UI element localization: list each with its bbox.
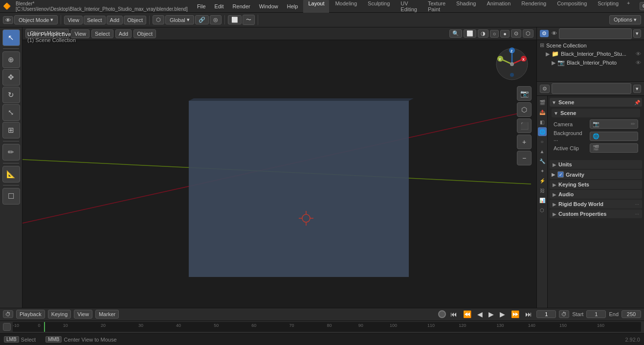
pi-data[interactable]: 📊 bbox=[538, 196, 547, 205]
object-menu-btn[interactable]: Object bbox=[124, 16, 146, 24]
viewport-select-btn[interactable]: Select bbox=[91, 29, 113, 38]
pi-scene[interactable]: 🌐 bbox=[538, 127, 547, 136]
pi-world[interactable]: ○ bbox=[538, 137, 547, 146]
menu-edit[interactable]: Edit bbox=[211, 2, 227, 10]
transform-icon-btn[interactable]: ⬡ bbox=[153, 15, 164, 24]
outliner-tab-view[interactable]: 👁 bbox=[550, 30, 559, 37]
outliner-filter-btn[interactable]: ▾ bbox=[633, 29, 641, 38]
active-clip-value[interactable]: 🎬 bbox=[590, 143, 638, 153]
snap-btn[interactable]: 🔗 bbox=[195, 15, 209, 24]
menu-file[interactable]: File bbox=[194, 2, 209, 10]
scene-section-header[interactable]: ▼ Scene 📌 bbox=[550, 98, 642, 107]
playback-dropdown[interactable]: Playback bbox=[16, 310, 45, 319]
viewport[interactable]: Object Mode ▾ View Select Add Object 🔍 ⬜… bbox=[22, 27, 536, 308]
viewport-shading-wire[interactable]: ⬜ bbox=[464, 29, 476, 38]
proportional-btn[interactable]: ◎ bbox=[210, 15, 222, 24]
pi-object[interactable]: ▲ bbox=[538, 147, 547, 156]
custom-props-section[interactable]: ▶ Custom Properties ··· bbox=[550, 209, 642, 218]
scene-icon-btn[interactable]: ⚙ bbox=[640, 2, 644, 10]
rigid-body-world-section[interactable]: ▶ Rigid Body World ··· bbox=[550, 200, 642, 208]
current-frame-input[interactable] bbox=[536, 310, 556, 318]
marker-btn[interactable]: Marker bbox=[95, 310, 119, 319]
add-primitive-btn[interactable]: ☐ bbox=[2, 188, 20, 205]
collection-visibility-1[interactable]: 👁 bbox=[636, 60, 641, 66]
gravity-checkbox[interactable]: ✓ bbox=[557, 171, 564, 178]
select-tool-btn[interactable]: ↖ bbox=[2, 29, 20, 46]
options-dropdown[interactable]: Options ▾ bbox=[609, 15, 641, 24]
view-icon-btn[interactable]: 👁 bbox=[3, 16, 13, 24]
timeline-track[interactable]: -10 0 10 20 30 40 50 60 70 80 90 100 110… bbox=[13, 322, 641, 332]
outliner-collection-item-0[interactable]: ▶ 📁 Black_Interior_Photo_Stu... 👁 bbox=[538, 49, 643, 58]
start-frame-input[interactable] bbox=[586, 310, 606, 318]
timeline-icon[interactable]: ⏱ bbox=[3, 310, 13, 318]
jump-to-end-btn[interactable]: ⏭ bbox=[524, 310, 533, 319]
select-menu-btn[interactable]: Select bbox=[84, 16, 106, 24]
workspace-tab-sculpting[interactable]: Sculpting bbox=[363, 0, 395, 13]
viewport-shading-rendered[interactable]: ● bbox=[500, 30, 510, 38]
viewport-overlay-btn[interactable]: ⊙ bbox=[511, 29, 521, 38]
add-workspace-button[interactable]: + bbox=[624, 0, 632, 13]
workspace-tab-shading[interactable]: Shading bbox=[451, 0, 481, 13]
keying-dropdown[interactable]: Keying bbox=[48, 310, 71, 319]
scale-tool-btn[interactable]: ⤡ bbox=[2, 104, 20, 121]
workspace-tab-animation[interactable]: Animation bbox=[482, 0, 515, 13]
record-btn[interactable] bbox=[438, 310, 446, 318]
camera-value[interactable]: 📷 ✏ bbox=[590, 119, 638, 129]
menu-window[interactable]: Window bbox=[256, 2, 282, 10]
view-menu-btn[interactable]: View bbox=[64, 16, 83, 24]
pi-material[interactable]: ⬡ bbox=[538, 206, 547, 214]
play-btn[interactable]: ▶ bbox=[487, 310, 495, 319]
background-value[interactable]: 🌐 bbox=[590, 132, 638, 141]
workspace-tab-modeling[interactable]: Modeling bbox=[330, 0, 362, 13]
scene-inner-header[interactable]: ▼ Scene bbox=[552, 109, 640, 117]
prev-frame-btn[interactable]: ⏪ bbox=[462, 310, 473, 319]
move-tool-btn[interactable]: ✥ bbox=[2, 69, 20, 86]
rotate-tool-btn[interactable]: ↻ bbox=[2, 87, 20, 103]
camera-edit-icon[interactable]: ✏ bbox=[631, 121, 635, 127]
units-section[interactable]: ▶ Units bbox=[550, 160, 642, 169]
keying-sets-section[interactable]: ▶ Keying Sets bbox=[550, 180, 642, 189]
workspace-tab-uv[interactable]: UV Editing bbox=[396, 0, 422, 13]
jump-to-start-btn[interactable]: ⏮ bbox=[449, 310, 459, 319]
outliner-area[interactable]: ⊞ Scene Collection ▶ 📁 Black_Interior_Ph… bbox=[537, 40, 644, 82]
workspace-tab-scripting[interactable]: Scripting bbox=[593, 0, 623, 13]
full-extent-btn[interactable]: ⬜ bbox=[228, 15, 242, 24]
pi-output[interactable]: 📤 bbox=[538, 108, 547, 116]
frame-fps-btn[interactable]: ⏱ bbox=[559, 310, 569, 318]
cursor-tool-btn[interactable]: ⊕ bbox=[2, 51, 20, 68]
annotate-tool-btn[interactable]: ✏ bbox=[2, 144, 20, 161]
add-menu-btn[interactable]: Add bbox=[107, 16, 123, 24]
measure-tool-btn[interactable]: 📐 bbox=[2, 166, 20, 183]
zoom-out-btn[interactable]: − bbox=[517, 151, 532, 165]
scene-section-pin[interactable]: 📌 bbox=[634, 100, 640, 105]
workspace-tab-compositing[interactable]: Compositing bbox=[552, 0, 592, 13]
workspace-tab-rendering[interactable]: Rendering bbox=[516, 0, 551, 13]
collection-visibility-0[interactable]: 👁 bbox=[636, 51, 641, 57]
outliner-search-input[interactable] bbox=[559, 28, 632, 39]
viewport-search-icon[interactable]: 🔍 bbox=[449, 29, 462, 38]
props-filter-btn[interactable]: ▾ bbox=[633, 85, 641, 93]
timeline-handle[interactable] bbox=[3, 323, 11, 331]
viewport-shading-solid[interactable]: ◑ bbox=[478, 29, 489, 38]
viewport-xray-btn[interactable]: ⬡ bbox=[523, 29, 533, 38]
transform-tool-btn[interactable]: ⊞ bbox=[2, 122, 20, 138]
pi-modifier[interactable]: 🔧 bbox=[538, 157, 547, 165]
transform-dropdown[interactable]: Global ▾ bbox=[165, 15, 194, 24]
next-frame-btn[interactable]: ⏩ bbox=[510, 310, 521, 319]
zoom-camera-btn[interactable]: 📷 bbox=[517, 86, 532, 101]
viewport-shading-material[interactable]: ○ bbox=[490, 30, 499, 38]
pi-view[interactable]: ◧ bbox=[538, 117, 547, 126]
zoom-in-btn[interactable]: + bbox=[517, 135, 532, 149]
next-keyframe-btn[interactable]: ▶ bbox=[498, 310, 507, 319]
end-frame-input[interactable] bbox=[622, 310, 641, 318]
outliner-scene-collection[interactable]: ⊞ Scene Collection bbox=[538, 41, 643, 49]
workspace-tab-texturepaint[interactable]: Texture Paint bbox=[423, 0, 450, 13]
pi-render[interactable]: 🎬 bbox=[538, 98, 547, 107]
audio-section[interactable]: ▶ Audio bbox=[550, 190, 642, 199]
zoom-perspective-btn[interactable]: ⬡ bbox=[517, 102, 532, 117]
prev-keyframe-btn[interactable]: ◀ bbox=[476, 310, 484, 319]
timeline-body[interactable]: -10 0 10 20 30 40 50 60 70 80 90 100 110… bbox=[0, 321, 644, 333]
viewport-add-btn[interactable]: Add bbox=[115, 29, 132, 38]
menu-help[interactable]: Help bbox=[284, 2, 302, 10]
pi-particles[interactable]: ✦ bbox=[538, 166, 547, 175]
